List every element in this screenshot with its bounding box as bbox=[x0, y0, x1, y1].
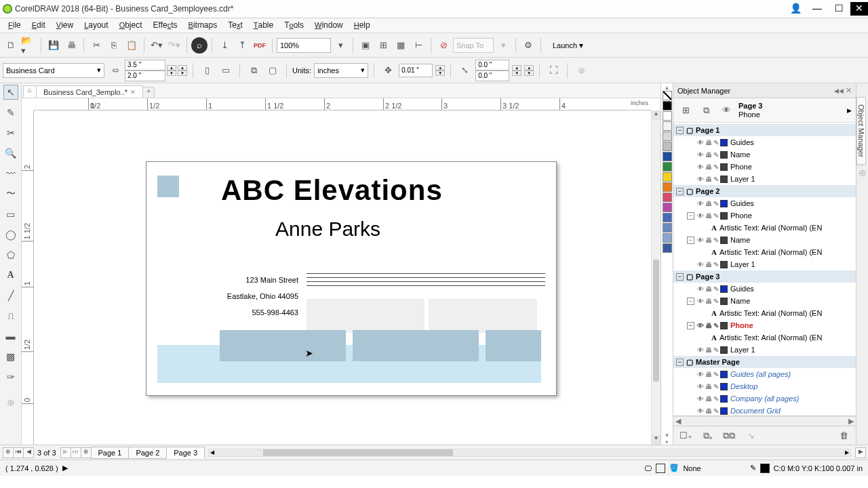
tree-layer-row[interactable]: −👁🖶✎Name bbox=[673, 234, 856, 246]
tree-layer-row[interactable]: −👁🖶✎Name bbox=[673, 295, 856, 307]
horizontal-ruler[interactable]: inches 1/201/211 1/222 1/233 1/24 bbox=[34, 98, 651, 110]
menu-layout[interactable]: Layout bbox=[79, 18, 113, 33]
visible-icon[interactable]: 👁 bbox=[697, 261, 704, 268]
fill-none-icon[interactable] bbox=[656, 464, 665, 473]
layer-color-swatch[interactable] bbox=[720, 383, 728, 390]
printable-icon[interactable]: 🖶 bbox=[705, 212, 712, 220]
save-button[interactable]: 💾 bbox=[45, 37, 62, 54]
menu-help[interactable]: Help bbox=[349, 18, 376, 33]
editable-icon[interactable]: ✎ bbox=[713, 176, 719, 183]
tree-layer-row[interactable]: 👁🖶✎Layer 1 bbox=[673, 173, 856, 185]
show-grid-button[interactable]: ▦ bbox=[393, 37, 409, 54]
layer-color-swatch[interactable] bbox=[720, 346, 728, 354]
nudge-distance[interactable] bbox=[399, 64, 433, 77]
visible-icon[interactable]: 👁 bbox=[697, 395, 704, 403]
zoom-tool[interactable]: 🔍 bbox=[3, 146, 18, 161]
page-tab[interactable]: Page 2 bbox=[128, 447, 167, 459]
editable-icon[interactable]: ✎ bbox=[713, 200, 719, 207]
color-swatch[interactable] bbox=[663, 203, 672, 212]
editable-icon[interactable]: ✎ bbox=[713, 407, 719, 415]
printable-icon[interactable]: 🖶 bbox=[705, 298, 712, 305]
color-swatch[interactable] bbox=[663, 101, 672, 110]
paste-button[interactable]: 📋 bbox=[123, 37, 140, 54]
duplicate-y[interactable] bbox=[475, 70, 509, 81]
menu-tools[interactable]: Tools bbox=[279, 18, 309, 33]
freehand-tool[interactable]: 〰 bbox=[3, 166, 18, 181]
expand-icon[interactable]: − bbox=[676, 359, 684, 366]
visible-icon[interactable]: 👁 bbox=[697, 346, 704, 354]
next-page-button[interactable]: ▶ bbox=[60, 447, 71, 458]
tree-hscroll[interactable]: ◀▶ bbox=[673, 416, 856, 426]
color-swatch[interactable] bbox=[663, 121, 672, 131]
shape-tool[interactable]: ✎ bbox=[3, 105, 18, 120]
hscroll-right-arrow[interactable]: ▶ bbox=[845, 449, 849, 455]
employee-name-text[interactable]: Anne Parks bbox=[275, 218, 380, 241]
copy-button[interactable]: ⎘ bbox=[106, 37, 122, 54]
first-page-button[interactable]: ⏮ bbox=[13, 447, 24, 458]
visible-icon[interactable]: 👁 bbox=[697, 322, 704, 329]
printable-icon[interactable]: 🖶 bbox=[705, 139, 712, 146]
add-docker-button[interactable]: ⊕ bbox=[856, 167, 868, 178]
height-up[interactable]: ▲ bbox=[178, 65, 187, 70]
scroll-down-arrow[interactable]: ▼ bbox=[652, 435, 660, 445]
business-card-page[interactable]: ABC Elevations Anne Parks 123 Main Stree… bbox=[146, 161, 557, 396]
printable-icon[interactable]: 🖶 bbox=[705, 407, 712, 415]
pick-tool[interactable]: ↖ bbox=[3, 85, 18, 100]
color-swatch[interactable] bbox=[663, 233, 672, 243]
tree-layer-row[interactable]: 👁🖶✎Guides bbox=[673, 283, 856, 295]
printable-icon[interactable]: 🖶 bbox=[705, 371, 712, 378]
layer-color-swatch[interactable] bbox=[720, 261, 728, 268]
visible-icon[interactable]: 👁 bbox=[697, 371, 704, 378]
layer-color-swatch[interactable] bbox=[720, 285, 728, 293]
palette-up-arrow[interactable]: ▲ bbox=[661, 85, 673, 91]
tree-page-row[interactable]: −▢Page 2 bbox=[673, 185, 856, 197]
expand-icon[interactable]: − bbox=[687, 298, 694, 305]
palette-down-arrow[interactable]: ▼ bbox=[661, 432, 673, 439]
expand-icon[interactable]: − bbox=[676, 188, 684, 195]
palette-flyout-arrow[interactable]: ▸ bbox=[661, 439, 673, 445]
drawing-canvas[interactable]: ABC Elevations Anne Parks 123 Main Stree… bbox=[34, 110, 651, 445]
color-swatch[interactable] bbox=[663, 213, 672, 222]
transparency-tool[interactable]: ▩ bbox=[3, 349, 18, 364]
no-color-swatch[interactable] bbox=[663, 91, 672, 100]
menu-file[interactable]: File bbox=[3, 18, 26, 33]
printable-icon[interactable]: 🖶 bbox=[705, 383, 712, 390]
fullscreen-button[interactable]: ▣ bbox=[357, 37, 374, 54]
publish-pdf-button[interactable]: PDF bbox=[252, 37, 268, 54]
visible-icon[interactable]: 👁 bbox=[697, 200, 704, 207]
corel-account-icon[interactable]: 👤 bbox=[785, 2, 806, 16]
tree-layer-row[interactable]: 👁🖶✎Layer 1 bbox=[673, 344, 856, 356]
tree-layer-row[interactable]: 👁🖶✎Desktop bbox=[673, 380, 856, 392]
panel-close-icon[interactable]: ✕ bbox=[846, 86, 852, 94]
text-tool[interactable]: A bbox=[3, 268, 18, 283]
page-tab[interactable]: Page 3 bbox=[166, 447, 205, 459]
editable-icon[interactable]: ✎ bbox=[713, 139, 719, 146]
page-preset-dropdown[interactable]: Business Card▾ bbox=[3, 63, 104, 78]
visible-icon[interactable]: 👁 bbox=[697, 285, 704, 293]
object-manager-tab[interactable]: Object Manager bbox=[856, 97, 866, 165]
layer-color-swatch[interactable] bbox=[720, 163, 728, 171]
polygon-tool[interactable]: ⬠ bbox=[3, 247, 18, 262]
printable-icon[interactable]: 🖶 bbox=[705, 261, 712, 268]
layer-manager-view-button[interactable]: 👁 bbox=[718, 102, 734, 119]
decorative-lines[interactable] bbox=[307, 273, 545, 289]
minimize-button[interactable]: — bbox=[807, 2, 827, 16]
search-content-button[interactable]: ⌕ bbox=[191, 37, 208, 54]
color-swatch[interactable] bbox=[663, 131, 672, 141]
crop-tool[interactable]: ✂ bbox=[3, 125, 18, 140]
new-layer-button[interactable]: ☐₊ bbox=[677, 428, 694, 444]
snap-to-dropdown[interactable] bbox=[453, 38, 494, 53]
expand-icon[interactable]: − bbox=[687, 212, 694, 220]
menu-bitmaps[interactable]: Bitmaps bbox=[183, 18, 223, 33]
printable-icon[interactable]: 🖶 bbox=[705, 163, 712, 171]
tree-layer-row[interactable]: 👁🖶✎Guides bbox=[673, 136, 856, 148]
cut-button[interactable]: ✂ bbox=[88, 37, 104, 54]
vertical-ruler[interactable]: 2 1 1/2 1 1/2 0 bbox=[22, 110, 34, 445]
printable-icon[interactable]: 🖶 bbox=[705, 151, 712, 159]
units-dropdown[interactable]: inches▾ bbox=[314, 63, 368, 78]
tree-object-row[interactable]: AArtistic Text: Arial (Normal) (EN bbox=[673, 222, 856, 234]
dupx-down[interactable]: ▼ bbox=[512, 70, 521, 76]
outline-swatch[interactable] bbox=[760, 464, 770, 473]
panel-menu-arrow[interactable]: ▶ bbox=[847, 107, 852, 114]
editable-icon[interactable]: ✎ bbox=[713, 151, 719, 159]
